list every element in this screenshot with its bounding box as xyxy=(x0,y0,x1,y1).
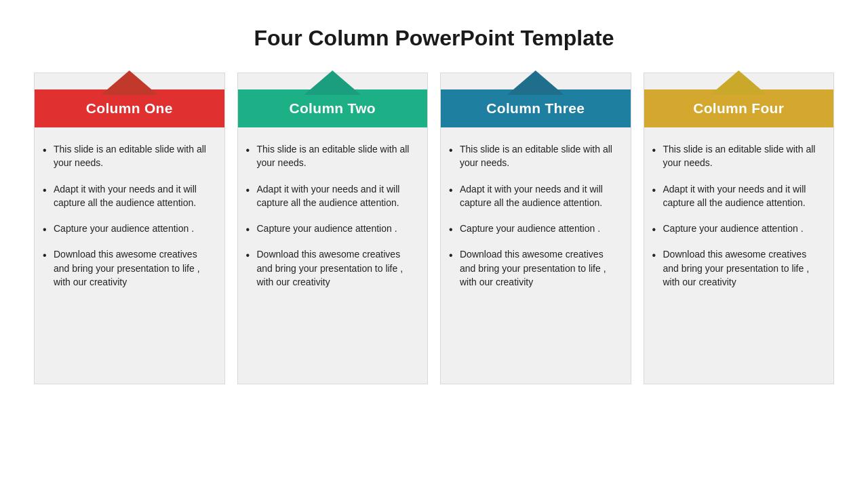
column-header-2: Column Two xyxy=(238,89,428,127)
column-3-bullet-1: This slide is an editable slide with all… xyxy=(448,142,618,170)
page-title: Four Column PowerPoint Template xyxy=(254,26,614,51)
column-3-bullet-3: Capture your audience attention . xyxy=(448,222,618,235)
column-body-4: This slide is an editable slide with all… xyxy=(644,127,834,384)
column-card-4: Column FourThis slide is an editable sli… xyxy=(644,73,835,384)
column-2-bullet-2: Adapt it with your needs and it will cap… xyxy=(245,182,416,210)
column-4-bullet-1: This slide is an editable slide with all… xyxy=(651,142,822,170)
column-card-1: Column OneThis slide is an editable slid… xyxy=(34,73,225,384)
column-3-bullet-4: Download this awesome creatives and brin… xyxy=(448,247,618,289)
columns-container: Column OneThis slide is an editable slid… xyxy=(34,73,834,384)
column-title-2: Column Two xyxy=(290,100,376,117)
column-1-bullet-1: This slide is an editable slide with all… xyxy=(41,142,212,170)
column-body-2: This slide is an editable slide with all… xyxy=(238,127,428,384)
column-title-1: Column One xyxy=(86,100,173,117)
column-3-bullet-2: Adapt it with your needs and it will cap… xyxy=(448,182,618,210)
column-header-3: Column Three xyxy=(441,89,631,127)
column-card-3: Column ThreeThis slide is an editable sl… xyxy=(440,73,631,384)
column-header-4: Column Four xyxy=(644,89,834,127)
column-title-3: Column Three xyxy=(486,100,585,117)
column-4-bullet-4: Download this awesome creatives and brin… xyxy=(651,247,822,289)
column-2-bullet-1: This slide is an editable slide with all… xyxy=(245,142,416,170)
column-body-3: This slide is an editable slide with all… xyxy=(441,127,631,384)
column-2-bullet-4: Download this awesome creatives and brin… xyxy=(245,247,416,289)
column-body-1: This slide is an editable slide with all… xyxy=(35,127,224,384)
column-header-1: Column One xyxy=(35,89,224,127)
column-1-bullet-2: Adapt it with your needs and it will cap… xyxy=(41,182,212,210)
column-4-bullet-3: Capture your audience attention . xyxy=(651,222,822,235)
column-1-bullet-4: Download this awesome creatives and brin… xyxy=(41,247,212,289)
column-card-2: Column TwoThis slide is an editable slid… xyxy=(237,73,429,384)
column-2-bullet-3: Capture your audience attention . xyxy=(245,222,416,235)
column-4-bullet-2: Adapt it with your needs and it will cap… xyxy=(651,182,822,210)
column-title-4: Column Four xyxy=(693,100,784,117)
column-1-bullet-3: Capture your audience attention . xyxy=(41,222,212,235)
